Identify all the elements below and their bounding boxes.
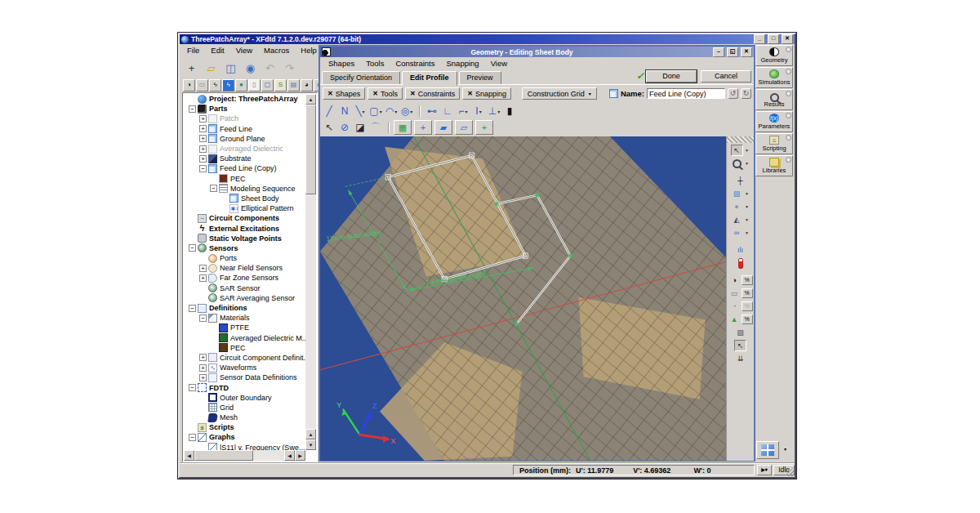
layout-chevron-icon[interactable]: ▾ — [781, 441, 790, 459]
expand-icon[interactable]: + — [199, 265, 207, 272]
maximize-button[interactable]: □ — [768, 34, 779, 44]
geometry-opacity-tool[interactable]: ◑ — [728, 274, 741, 286]
geometry-close-button[interactable]: ✕ — [741, 47, 752, 57]
tree-item[interactable]: +Patch — [184, 114, 305, 123]
tree-item[interactable]: Sheet Body — [184, 194, 305, 203]
chevron-down-icon[interactable]: ▾ — [497, 109, 500, 114]
name-input[interactable] — [647, 88, 725, 99]
expand-icon[interactable]: + — [199, 354, 207, 361]
pan-view-tool[interactable]: ┼ — [734, 175, 746, 186]
chevron-down-icon[interactable]: ▾ — [394, 109, 397, 114]
geometry-menu-snapping[interactable]: Snapping — [440, 58, 484, 69]
hatch-display-tool[interactable]: ▨ — [734, 327, 746, 338]
gauge-opacity-tool-percent-button[interactable]: % — [742, 301, 753, 311]
expand-icon[interactable]: + — [199, 364, 207, 372]
name-undo-icon[interactable]: ↺ — [728, 88, 738, 99]
window-layout-button[interactable] — [756, 441, 779, 459]
chevron-down-icon[interactable]: ▼ — [744, 230, 751, 235]
tree-item[interactable]: SAR Averaging Sensor — [184, 293, 305, 303]
redo-button[interactable]: ↷ — [281, 60, 298, 76]
circle-tool[interactable]: ◎▾ — [399, 105, 414, 118]
viewport-canvas[interactable]: 13 mm (patchWidth) 7.3 mm (patchLength) … — [320, 136, 726, 461]
collapse-icon[interactable]: − — [189, 384, 196, 391]
tree-item[interactable]: Grid — [184, 403, 305, 413]
fdtd-shortcut[interactable]: ▢ — [261, 79, 274, 91]
menu-item-edit[interactable]: Edit — [205, 45, 229, 56]
collapse-icon[interactable]: − — [189, 434, 196, 441]
name-redo-icon[interactable]: ↻ — [741, 88, 751, 99]
parallel-constraint-tool[interactable]: ⊷ — [425, 105, 439, 118]
open-project-button[interactable]: ▱ — [203, 60, 220, 76]
tree-item[interactable]: SAR Sensor — [184, 283, 305, 293]
scroll-up2-icon[interactable]: ▲ — [305, 429, 316, 439]
expand-icon[interactable]: + — [199, 115, 207, 123]
pick-tool[interactable]: ↖ — [734, 340, 746, 351]
dock-scripting-button[interactable]: ≡Scripting — [755, 133, 793, 154]
tree-item[interactable]: −Modeling Sequence — [184, 184, 305, 194]
arc-tool[interactable]: ◠▾ — [384, 105, 399, 118]
toggle-constraints-toolbar[interactable]: ✕Constraints — [405, 87, 460, 100]
trim-tool[interactable]: ⊘ — [337, 121, 352, 135]
expand-icon[interactable]: + — [199, 274, 207, 282]
chevron-down-icon[interactable]: ▼ — [744, 161, 751, 166]
scripts-shortcut[interactable]: S — [274, 79, 287, 91]
geometry-shortcut[interactable]: ◑ — [183, 79, 195, 91]
tree-item[interactable]: +Sensor Data Definitions — [184, 372, 305, 382]
chevron-down-icon[interactable]: ▾ — [363, 109, 365, 114]
collapse-icon[interactable]: − — [210, 185, 217, 192]
scroll-right-icon[interactable]: ▶ — [295, 450, 305, 461]
geometry-restore-button[interactable]: ◱ — [727, 47, 738, 57]
chevron-down-icon[interactable]: ▾ — [380, 109, 382, 114]
geometry-menu-view[interactable]: View — [485, 58, 513, 69]
toggle-snapping-toolbar[interactable]: ✕Snapping — [462, 87, 511, 100]
undock-icon[interactable] — [786, 135, 791, 141]
undock-icon[interactable] — [786, 47, 791, 52]
field-opacity-tool[interactable]: ▲ — [728, 314, 741, 325]
geometry-menu-tools[interactable]: Tools — [360, 58, 390, 69]
tree-item[interactable]: +Near Field Sensors — [184, 263, 305, 273]
perpendicular-constraint-tool[interactable]: ∟ — [440, 105, 455, 118]
tab-specify-orientation[interactable]: Specify Orientation — [322, 71, 400, 84]
toggle-shapes-toolbar[interactable]: ✕Shapes — [323, 87, 365, 100]
collapse-icon[interactable]: − — [199, 314, 207, 322]
tree-item[interactable]: −Materials — [184, 313, 305, 323]
line-tool[interactable]: ╱ — [322, 105, 336, 118]
snap-grid-toggle[interactable]: ▦ — [394, 120, 412, 135]
mesh-opacity-tool-percent-button[interactable]: % — [742, 288, 753, 298]
tree-item[interactable]: −Graphs — [184, 432, 305, 442]
two-point-line-tool[interactable]: ╲▾ — [353, 105, 368, 118]
geometry-titlebar[interactable]: Geometry - Editing Sheet Body – ◱ ✕ — [320, 47, 754, 57]
tree-item[interactable]: Project: ThreePatchArray — [184, 94, 305, 104]
toggle-tools-toolbar[interactable]: ✕Tools — [368, 87, 403, 100]
erase-tool[interactable]: ◪ — [353, 121, 368, 135]
rectangle-tool[interactable]: ▢▾ — [368, 105, 383, 118]
tree-item[interactable]: PEC — [184, 174, 305, 184]
collapse-icon[interactable]: − — [189, 305, 196, 312]
tree-item[interactable]: −Parts — [184, 104, 305, 114]
collapse-icon[interactable]: − — [189, 105, 196, 113]
collapse-icon[interactable]: − — [199, 165, 207, 172]
thermometer-tool[interactable] — [734, 257, 746, 269]
gauge-opacity-tool[interactable]: ◔ — [728, 301, 741, 312]
collapse-icon[interactable]: − — [189, 244, 196, 252]
tree-item[interactable]: −Feed Line (Copy) — [184, 163, 305, 173]
graphs-shortcut[interactable]: ▤ — [287, 79, 300, 91]
tree-item[interactable]: +Far Zone Sensors — [184, 273, 305, 283]
tab-preview[interactable]: Preview — [459, 71, 501, 84]
done-button[interactable]: Done — [646, 70, 697, 83]
dock-results-button[interactable]: Results — [755, 89, 793, 110]
snap-edge-toggle[interactable]: ▰ — [434, 120, 452, 135]
app-titlebar[interactable]: ThreePatchArray* - XFdtd 7.1.2.0.dev.r29… — [180, 34, 795, 44]
run-button[interactable]: ▶▾ — [757, 465, 772, 475]
cancel-button[interactable]: Cancel — [701, 70, 751, 83]
undock-icon[interactable] — [786, 69, 791, 74]
render-mode-tool[interactable]: ● — [731, 201, 743, 212]
toolbar-drag-handle[interactable] — [727, 136, 754, 143]
geometry-minimize-button[interactable]: – — [713, 47, 724, 57]
tree-item[interactable]: ∗∗Elliptical Pattern — [184, 203, 305, 213]
undock-icon[interactable] — [786, 91, 791, 96]
sensors-shortcut[interactable]: ● — [235, 79, 247, 91]
viewport-3d[interactable]: 13 mm (patchWidth) 7.3 mm (patchLength) … — [320, 136, 726, 461]
tree-item[interactable]: −FDTD — [184, 382, 305, 392]
field-opacity-tool-percent-button[interactable]: % — [742, 314, 753, 324]
